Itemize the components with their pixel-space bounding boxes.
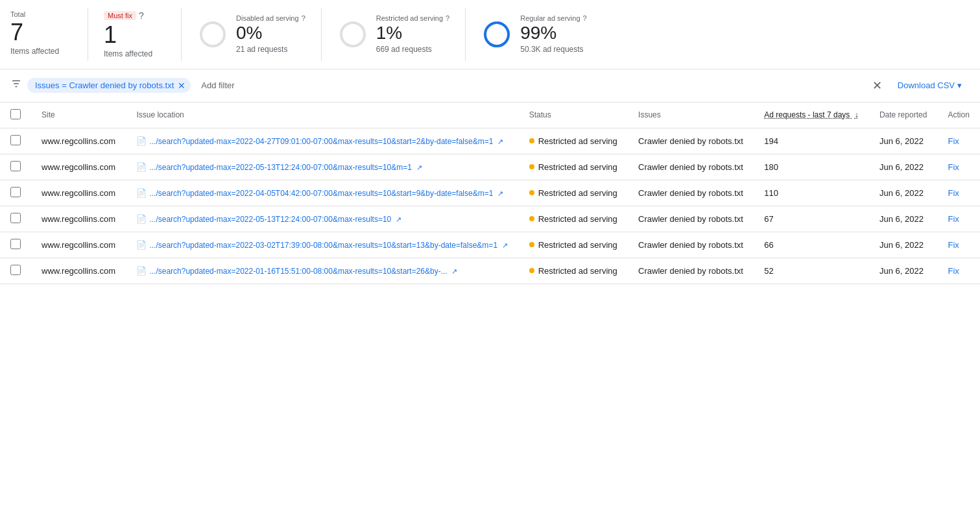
row-checkbox[interactable]	[10, 187, 21, 197]
disabled-ad-requests: 21 ad requests	[236, 45, 305, 54]
row-status: Restricted ad serving	[519, 128, 628, 154]
row-date-reported: Jun 6, 2022	[869, 232, 938, 258]
col-issues: Issues	[628, 103, 754, 128]
restricted-ad-label-top: Restricted ad serving ?	[376, 14, 449, 22]
filter-chip: Issues = Crawler denied by robots.txt ✕	[27, 78, 191, 93]
must-fix-help-icon[interactable]: ?	[139, 10, 144, 21]
col-ad-requests[interactable]: Ad requests - last 7 days ↓	[754, 103, 869, 128]
fix-button[interactable]: Fix	[948, 266, 959, 276]
row-issue-location[interactable]: 📄.../search?updated-max=2022-04-05T04:42…	[126, 180, 518, 206]
stat-total: Total 7 Items affected	[10, 8, 88, 61]
row-checkbox-cell[interactable]	[0, 232, 31, 258]
doc-icon: 📄	[136, 240, 147, 250]
fix-button[interactable]: Fix	[948, 214, 959, 224]
row-action[interactable]: Fix	[938, 232, 981, 258]
table-body: www.regcollins.com 📄.../search?updated-m…	[0, 128, 980, 284]
status-dot-icon	[529, 242, 534, 247]
status-dot-icon	[529, 268, 534, 273]
must-fix-badge: Must fix	[104, 11, 136, 20]
row-issue-location[interactable]: 📄.../search?updated-max=2022-03-02T17:39…	[126, 232, 518, 258]
regular-ad-percent: 99%	[520, 23, 586, 43]
row-action[interactable]: Fix	[938, 258, 981, 284]
table-row: www.regcollins.com 📄.../search?updated-m…	[0, 128, 980, 154]
row-issue-location[interactable]: 📄.../search?updated-max=2022-04-27T09:01…	[126, 128, 518, 154]
select-all-header[interactable]	[0, 103, 31, 128]
row-checkbox[interactable]	[10, 161, 21, 171]
row-action[interactable]: Fix	[938, 206, 981, 232]
row-site: www.regcollins.com	[31, 258, 126, 284]
row-checkbox-cell[interactable]	[0, 154, 31, 180]
row-site: www.regcollins.com	[31, 180, 126, 206]
disabled-ad-label-top: Disabled ad serving ?	[236, 14, 305, 22]
issue-location-link[interactable]: .../search?updated-max=2022-05-13T12:24:…	[149, 215, 391, 224]
table-row: www.regcollins.com 📄.../search?updated-m…	[0, 154, 980, 180]
filter-icon	[10, 78, 22, 93]
fix-button[interactable]: Fix	[948, 188, 959, 198]
table-header-row: Site Issue location Status Issues Ad req…	[0, 103, 980, 128]
row-status-text: Restricted ad serving	[538, 214, 617, 224]
col-date-reported: Date reported	[869, 103, 938, 128]
row-action[interactable]: Fix	[938, 128, 981, 154]
row-issue-location[interactable]: 📄.../search?updated-max=2022-01-16T15:51…	[126, 258, 518, 284]
row-checkbox-cell[interactable]	[0, 258, 31, 284]
col-site: Site	[31, 103, 126, 128]
issue-location-link[interactable]: .../search?updated-max=2022-05-13T12:24:…	[149, 163, 412, 172]
fix-button[interactable]: Fix	[948, 136, 959, 146]
disabled-ad-percent: 0%	[236, 23, 305, 43]
row-date-reported: Jun 6, 2022	[869, 128, 938, 154]
issue-location-link[interactable]: .../search?updated-max=2022-03-02T17:39:…	[149, 241, 497, 250]
stat-must-fix: Must fix ? 1 Items affected	[104, 8, 182, 61]
download-csv-arrow-icon: ▾	[957, 80, 962, 90]
table-container: Site Issue location Status Issues Ad req…	[0, 103, 980, 284]
filter-chip-text: Issues = Crawler denied by robots.txt	[35, 80, 174, 90]
restricted-ad-help-icon[interactable]: ?	[446, 14, 449, 22]
row-checkbox-cell[interactable]	[0, 128, 31, 154]
regular-ad-text: Regular ad serving ? 99% 50.3K ad reques…	[520, 14, 586, 54]
filter-chip-close-icon[interactable]: ✕	[178, 81, 185, 90]
row-issue-location[interactable]: 📄.../search?updated-max=2022-05-13T12:24…	[126, 154, 518, 180]
issue-location-link[interactable]: .../search?updated-max=2022-04-27T09:01:…	[149, 137, 493, 146]
add-filter-button[interactable]: Add filter	[196, 78, 239, 93]
select-all-checkbox[interactable]	[10, 109, 21, 119]
col-status: Status	[519, 103, 628, 128]
row-issues: Crawler denied by robots.txt	[628, 258, 754, 284]
doc-icon: 📄	[136, 162, 147, 172]
close-filter-button[interactable]: ✕	[870, 76, 885, 95]
row-date-reported: Jun 6, 2022	[869, 180, 938, 206]
row-site: www.regcollins.com	[31, 206, 126, 232]
row-checkbox[interactable]	[10, 213, 21, 223]
issue-location-link[interactable]: .../search?updated-max=2022-01-16T15:51:…	[149, 267, 447, 276]
table-row: www.regcollins.com 📄.../search?updated-m…	[0, 206, 980, 232]
external-link-icon: ↗	[416, 164, 422, 172]
row-date-reported: Jun 6, 2022	[869, 258, 938, 284]
fix-button[interactable]: Fix	[948, 240, 959, 250]
fix-button[interactable]: Fix	[948, 162, 959, 172]
col-action: Action	[938, 103, 981, 128]
row-issue-location[interactable]: 📄.../search?updated-max=2022-05-13T12:24…	[126, 206, 518, 232]
row-site: www.regcollins.com	[31, 232, 126, 258]
regular-ad-requests: 50.3K ad requests	[520, 45, 586, 54]
row-ad-requests: 110	[754, 180, 869, 206]
row-ad-requests: 180	[754, 154, 869, 180]
download-csv-button[interactable]: Download CSV ▾	[890, 77, 970, 94]
row-action[interactable]: Fix	[938, 180, 981, 206]
table-row: www.regcollins.com 📄.../search?updated-m…	[0, 258, 980, 284]
row-action[interactable]: Fix	[938, 154, 981, 180]
doc-icon: 📄	[136, 266, 147, 276]
row-checkbox-cell[interactable]	[0, 206, 31, 232]
row-date-reported: Jun 6, 2022	[869, 154, 938, 180]
disabled-ad-help-icon[interactable]: ?	[302, 14, 305, 22]
issue-location-link[interactable]: .../search?updated-max=2022-04-05T04:42:…	[149, 189, 493, 198]
stat-must-fix-number: 1	[104, 22, 165, 48]
row-status-text: Restricted ad serving	[538, 136, 617, 146]
row-checkbox[interactable]	[10, 135, 21, 145]
external-link-icon: ↗	[451, 267, 457, 276]
stat-disabled-ad: Disabled ad serving ? 0% 21 ad requests	[197, 8, 322, 61]
doc-icon: 📄	[136, 188, 147, 198]
row-checkbox[interactable]	[10, 239, 21, 249]
row-checkbox-cell[interactable]	[0, 180, 31, 206]
row-checkbox[interactable]	[10, 265, 21, 275]
stats-bar: Total 7 Items affected Must fix ? 1 Item…	[0, 0, 980, 69]
regular-ad-help-icon[interactable]: ?	[583, 14, 587, 22]
doc-icon: 📄	[136, 214, 147, 224]
